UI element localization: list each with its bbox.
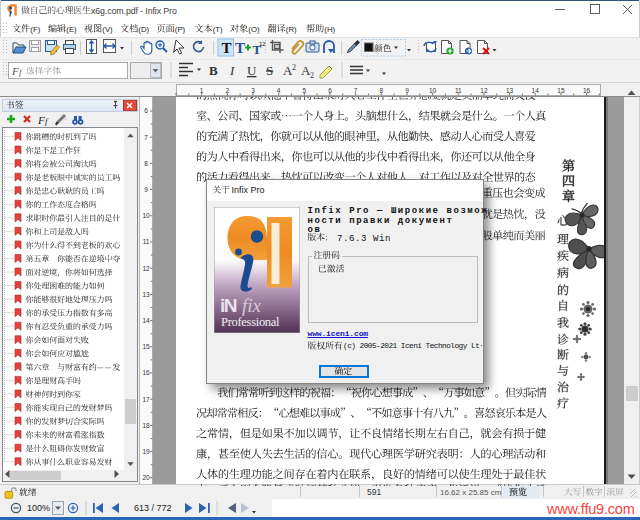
svg-text:16: 16 xyxy=(142,369,150,376)
svg-text:19: 19 xyxy=(142,448,150,455)
svg-text:fix: fix xyxy=(242,295,262,316)
svg-text:B: B xyxy=(209,63,218,78)
svg-text:12: 12 xyxy=(142,265,150,272)
svg-text:10: 10 xyxy=(142,212,150,219)
svg-text:T: T xyxy=(235,40,245,56)
svg-text:S: S xyxy=(266,63,273,78)
svg-text:13: 13 xyxy=(506,87,514,94)
svg-text:5: 5 xyxy=(302,87,306,94)
svg-text:F: F xyxy=(11,65,19,77)
svg-text:I: I xyxy=(229,63,235,78)
svg-text:T: T xyxy=(222,40,232,56)
svg-text:15: 15 xyxy=(142,343,150,350)
svg-text:14: 14 xyxy=(532,87,540,94)
svg-text:3: 3 xyxy=(251,87,255,94)
svg-text:9: 9 xyxy=(144,186,148,193)
svg-text:11: 11 xyxy=(143,238,150,245)
svg-text:2: 2 xyxy=(310,71,314,80)
svg-text:12: 12 xyxy=(480,87,488,94)
svg-text:Professional: Professional xyxy=(221,315,280,329)
svg-text:20: 20 xyxy=(142,474,150,481)
svg-text:16: 16 xyxy=(583,87,591,94)
svg-text:4: 4 xyxy=(277,87,281,94)
svg-text:2: 2 xyxy=(226,87,230,94)
svg-text:14: 14 xyxy=(142,317,150,324)
svg-text:15: 15 xyxy=(557,87,565,94)
svg-text:U: U xyxy=(247,63,257,78)
svg-text:8: 8 xyxy=(144,160,148,167)
svg-text:1: 1 xyxy=(200,87,204,94)
svg-text:8: 8 xyxy=(379,87,383,94)
svg-text:13: 13 xyxy=(142,291,150,298)
svg-text:12: 12 xyxy=(259,41,266,47)
svg-text:iN: iN xyxy=(220,295,237,316)
svg-text:6: 6 xyxy=(328,87,332,94)
svg-text:9: 9 xyxy=(405,87,409,94)
svg-text:7: 7 xyxy=(144,134,148,141)
svg-text:7: 7 xyxy=(354,87,358,94)
svg-text:6: 6 xyxy=(144,107,148,114)
svg-text:10: 10 xyxy=(429,87,437,94)
svg-text:18: 18 xyxy=(142,422,150,429)
svg-text:2: 2 xyxy=(292,63,296,72)
svg-text:11: 11 xyxy=(455,87,462,94)
svg-text:17: 17 xyxy=(142,396,150,403)
